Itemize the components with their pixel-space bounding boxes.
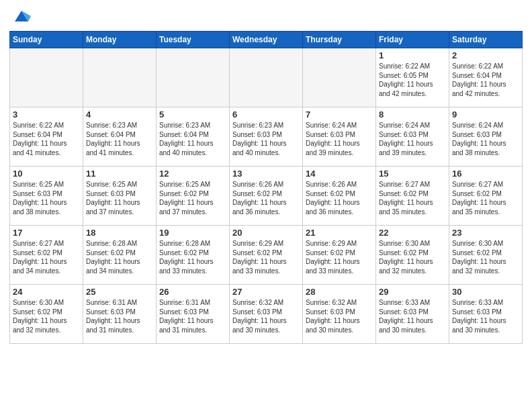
calendar-cell: 27Sunrise: 6:32 AM Sunset: 6:03 PM Dayli…	[230, 285, 303, 344]
calendar-cell: 4Sunrise: 6:23 AM Sunset: 6:04 PM Daylig…	[83, 107, 157, 167]
day-info: Sunrise: 6:30 AM Sunset: 6:02 PM Dayligh…	[379, 239, 446, 275]
day-number: 11	[86, 169, 153, 179]
day-number: 3	[13, 109, 80, 120]
weekday-header-row: SundayMondayTuesdayWednesdayThursdayFrid…	[10, 32, 523, 48]
day-number: 20	[232, 228, 300, 238]
day-number: 22	[379, 228, 446, 238]
calendar-cell: 3Sunrise: 6:22 AM Sunset: 6:04 PM Daylig…	[10, 107, 83, 167]
calendar-cell: 14Sunrise: 6:26 AM Sunset: 6:02 PM Dayli…	[303, 167, 376, 226]
calendar-cell: 18Sunrise: 6:28 AM Sunset: 6:02 PM Dayli…	[83, 226, 157, 285]
calendar-cell	[157, 48, 230, 107]
logo-icon	[12, 7, 31, 26]
day-number: 5	[159, 109, 226, 120]
day-info: Sunrise: 6:26 AM Sunset: 6:02 PM Dayligh…	[232, 180, 300, 216]
day-info: Sunrise: 6:25 AM Sunset: 6:02 PM Dayligh…	[159, 180, 226, 216]
day-info: Sunrise: 6:23 AM Sunset: 6:04 PM Dayligh…	[159, 121, 226, 157]
day-info: Sunrise: 6:28 AM Sunset: 6:02 PM Dayligh…	[159, 239, 226, 275]
calendar-cell: 5Sunrise: 6:23 AM Sunset: 6:04 PM Daylig…	[157, 107, 230, 167]
header	[9, 7, 523, 26]
day-number: 28	[306, 287, 373, 297]
week-row-5: 24Sunrise: 6:30 AM Sunset: 6:02 PM Dayli…	[10, 285, 523, 344]
day-info: Sunrise: 6:22 AM Sunset: 6:04 PM Dayligh…	[13, 121, 80, 157]
day-info: Sunrise: 6:24 AM Sunset: 6:03 PM Dayligh…	[379, 121, 446, 157]
day-number: 2	[452, 50, 519, 60]
calendar-table: SundayMondayTuesdayWednesdayThursdayFrid…	[9, 31, 523, 344]
calendar-cell: 15Sunrise: 6:27 AM Sunset: 6:02 PM Dayli…	[376, 167, 449, 226]
day-info: Sunrise: 6:33 AM Sunset: 6:03 PM Dayligh…	[379, 298, 446, 334]
day-number: 6	[232, 109, 300, 120]
week-row-4: 17Sunrise: 6:27 AM Sunset: 6:02 PM Dayli…	[10, 226, 523, 285]
day-info: Sunrise: 6:31 AM Sunset: 6:03 PM Dayligh…	[159, 298, 226, 334]
calendar-cell: 28Sunrise: 6:32 AM Sunset: 6:03 PM Dayli…	[303, 285, 376, 344]
calendar-cell: 7Sunrise: 6:24 AM Sunset: 6:03 PM Daylig…	[303, 107, 376, 167]
day-number: 30	[452, 287, 519, 297]
day-info: Sunrise: 6:22 AM Sunset: 6:04 PM Dayligh…	[452, 62, 519, 98]
calendar-cell: 10Sunrise: 6:25 AM Sunset: 6:03 PM Dayli…	[10, 167, 83, 226]
day-info: Sunrise: 6:22 AM Sunset: 6:05 PM Dayligh…	[379, 62, 446, 98]
calendar-cell: 16Sunrise: 6:27 AM Sunset: 6:02 PM Dayli…	[449, 167, 523, 226]
calendar-cell: 19Sunrise: 6:28 AM Sunset: 6:02 PM Dayli…	[157, 226, 230, 285]
day-number: 24	[13, 287, 80, 297]
calendar-cell: 17Sunrise: 6:27 AM Sunset: 6:02 PM Dayli…	[10, 226, 83, 285]
page: SundayMondayTuesdayWednesdayThursdayFrid…	[0, 0, 532, 411]
day-info: Sunrise: 6:28 AM Sunset: 6:02 PM Dayligh…	[86, 239, 153, 275]
calendar-cell: 22Sunrise: 6:30 AM Sunset: 6:02 PM Dayli…	[376, 226, 449, 285]
calendar-cell: 8Sunrise: 6:24 AM Sunset: 6:03 PM Daylig…	[376, 107, 449, 167]
day-info: Sunrise: 6:31 AM Sunset: 6:03 PM Dayligh…	[86, 298, 153, 334]
day-info: Sunrise: 6:27 AM Sunset: 6:02 PM Dayligh…	[379, 180, 446, 216]
day-info: Sunrise: 6:24 AM Sunset: 6:03 PM Dayligh…	[452, 121, 519, 157]
weekday-header-saturday: Saturday	[449, 32, 523, 48]
calendar-cell: 11Sunrise: 6:25 AM Sunset: 6:03 PM Dayli…	[83, 167, 157, 226]
day-number: 7	[306, 109, 373, 120]
day-number: 23	[452, 228, 519, 238]
day-info: Sunrise: 6:25 AM Sunset: 6:03 PM Dayligh…	[86, 180, 153, 216]
day-info: Sunrise: 6:24 AM Sunset: 6:03 PM Dayligh…	[306, 121, 373, 157]
calendar-cell	[230, 48, 303, 107]
day-number: 17	[13, 228, 80, 238]
day-number: 18	[86, 228, 153, 238]
weekday-header-sunday: Sunday	[10, 32, 83, 48]
day-info: Sunrise: 6:25 AM Sunset: 6:03 PM Dayligh…	[13, 180, 80, 216]
day-info: Sunrise: 6:27 AM Sunset: 6:02 PM Dayligh…	[452, 180, 519, 216]
day-info: Sunrise: 6:27 AM Sunset: 6:02 PM Dayligh…	[13, 239, 80, 275]
day-number: 15	[379, 169, 446, 179]
week-row-2: 3Sunrise: 6:22 AM Sunset: 6:04 PM Daylig…	[10, 107, 523, 167]
day-number: 9	[452, 109, 519, 120]
day-info: Sunrise: 6:33 AM Sunset: 6:03 PM Dayligh…	[452, 298, 519, 334]
weekday-header-wednesday: Wednesday	[230, 32, 303, 48]
day-number: 13	[232, 169, 300, 179]
calendar-cell: 6Sunrise: 6:23 AM Sunset: 6:03 PM Daylig…	[230, 107, 303, 167]
calendar-cell: 29Sunrise: 6:33 AM Sunset: 6:03 PM Dayli…	[376, 285, 449, 344]
calendar-cell	[10, 48, 83, 107]
day-number: 16	[452, 169, 519, 179]
week-row-1: 1Sunrise: 6:22 AM Sunset: 6:05 PM Daylig…	[10, 48, 523, 107]
day-number: 26	[159, 287, 226, 297]
calendar-cell: 21Sunrise: 6:29 AM Sunset: 6:02 PM Dayli…	[303, 226, 376, 285]
day-number: 29	[379, 287, 446, 297]
day-number: 4	[86, 109, 153, 120]
day-info: Sunrise: 6:23 AM Sunset: 6:03 PM Dayligh…	[232, 121, 300, 157]
calendar-cell	[83, 48, 157, 107]
day-number: 10	[13, 169, 80, 179]
weekday-header-friday: Friday	[376, 32, 449, 48]
calendar-cell: 9Sunrise: 6:24 AM Sunset: 6:03 PM Daylig…	[449, 107, 523, 167]
calendar-cell: 1Sunrise: 6:22 AM Sunset: 6:05 PM Daylig…	[376, 48, 449, 107]
weekday-header-monday: Monday	[83, 32, 157, 48]
week-row-3: 10Sunrise: 6:25 AM Sunset: 6:03 PM Dayli…	[10, 167, 523, 226]
day-info: Sunrise: 6:32 AM Sunset: 6:03 PM Dayligh…	[306, 298, 373, 334]
calendar-cell: 12Sunrise: 6:25 AM Sunset: 6:02 PM Dayli…	[157, 167, 230, 226]
day-info: Sunrise: 6:26 AM Sunset: 6:02 PM Dayligh…	[306, 180, 373, 216]
calendar-cell: 26Sunrise: 6:31 AM Sunset: 6:03 PM Dayli…	[157, 285, 230, 344]
calendar-cell: 24Sunrise: 6:30 AM Sunset: 6:02 PM Dayli…	[10, 285, 83, 344]
calendar-cell: 20Sunrise: 6:29 AM Sunset: 6:02 PM Dayli…	[230, 226, 303, 285]
calendar-cell	[303, 48, 376, 107]
day-number: 21	[306, 228, 373, 238]
day-info: Sunrise: 6:29 AM Sunset: 6:02 PM Dayligh…	[232, 239, 300, 275]
calendar-cell: 2Sunrise: 6:22 AM Sunset: 6:04 PM Daylig…	[449, 48, 523, 107]
day-number: 12	[159, 169, 226, 179]
weekday-header-tuesday: Tuesday	[157, 32, 230, 48]
calendar-cell: 25Sunrise: 6:31 AM Sunset: 6:03 PM Dayli…	[83, 285, 157, 344]
day-number: 8	[379, 109, 446, 120]
day-info: Sunrise: 6:32 AM Sunset: 6:03 PM Dayligh…	[232, 298, 300, 334]
day-info: Sunrise: 6:23 AM Sunset: 6:04 PM Dayligh…	[86, 121, 153, 157]
